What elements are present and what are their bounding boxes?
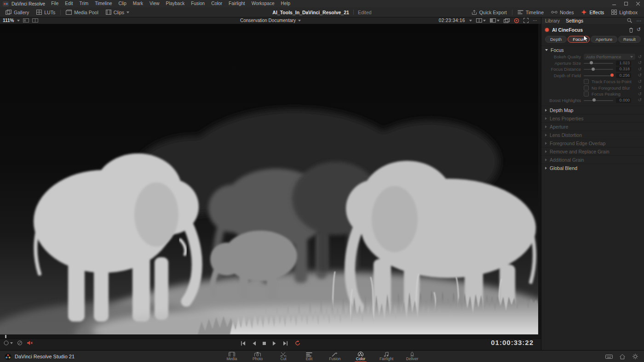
pill-aperture[interactable]: Aperture: [591, 36, 617, 43]
first-frame-button[interactable]: [240, 341, 246, 346]
section-foreground-edge-overlap[interactable]: Foreground Edge Overlap: [541, 139, 644, 147]
section-lens-distortion[interactable]: Lens Distortion: [541, 130, 644, 139]
focus-peaking-checkbox[interactable]: [584, 91, 589, 96]
settings-gear-icon[interactable]: [632, 353, 638, 360]
slider-thumb[interactable]: [590, 61, 593, 64]
depth-of-field-slider[interactable]: [584, 73, 613, 79]
panel-more-icon[interactable]: ⋯: [637, 18, 642, 23]
section-depth-map[interactable]: Depth Map: [541, 106, 644, 114]
loop-playback-button[interactable]: [294, 340, 301, 346]
menu-edit[interactable]: Edit: [62, 0, 76, 7]
section-aperture[interactable]: Aperture: [541, 122, 644, 130]
timeline-button[interactable]: Timeline: [514, 7, 547, 17]
row-reset-icon[interactable]: ↺: [638, 85, 642, 90]
split-viewer-icon[interactable]: [32, 18, 38, 23]
nodes-button[interactable]: Nodes: [547, 7, 577, 17]
page-color[interactable]: Color: [348, 351, 374, 362]
section-global-blend[interactable]: Global Blend: [541, 164, 644, 172]
media-pool-button[interactable]: Media Pool: [62, 7, 102, 17]
no-foreground-blur-checkbox[interactable]: [584, 85, 589, 90]
effect-reset-button[interactable]: ↺: [637, 28, 641, 32]
aperture-size-value[interactable]: 1.023: [616, 61, 631, 66]
enhanced-viewer-icon[interactable]: [514, 18, 519, 23]
slider-track[interactable]: [584, 75, 613, 76]
compare-icon[interactable]: [504, 18, 510, 23]
page-media[interactable]: Media: [219, 351, 245, 362]
pill-focus[interactable]: Focus: [568, 36, 590, 43]
menu-timeline[interactable]: Timeline: [92, 0, 115, 7]
section-additional-grain[interactable]: Additional Grain: [541, 155, 644, 164]
effect-enable-toggle[interactable]: [545, 28, 549, 32]
control-panel-icon[interactable]: [605, 354, 613, 359]
menu-fairlight[interactable]: Fairlight: [225, 0, 248, 7]
section-lens-properties[interactable]: Lens Properties: [541, 114, 644, 122]
close-button[interactable]: [632, 0, 644, 7]
focus-distance-slider[interactable]: [584, 66, 613, 72]
page-fairlight[interactable]: Fairlight: [374, 351, 399, 362]
viewer-more-icon[interactable]: ⋯: [533, 18, 537, 23]
playhead[interactable]: [5, 335, 6, 338]
slider-track[interactable]: [584, 69, 613, 70]
slider-track[interactable]: [584, 63, 613, 64]
viewer-canvas[interactable]: [0, 24, 541, 334]
page-deliver[interactable]: Deliver: [399, 351, 425, 362]
menu-trim[interactable]: Trim: [76, 0, 92, 7]
single-viewer-icon[interactable]: [23, 18, 29, 23]
menu-workspace[interactable]: Workspace: [248, 0, 278, 7]
slider-thumb[interactable]: [592, 98, 596, 102]
last-frame-button[interactable]: [283, 341, 288, 346]
aperture-size-slider[interactable]: [584, 60, 613, 66]
home-icon[interactable]: [619, 354, 626, 360]
row-reset-icon[interactable]: ↺: [638, 92, 642, 96]
search-icon[interactable]: [627, 18, 632, 23]
page-cut[interactable]: Cut: [270, 351, 296, 362]
play-reverse-button[interactable]: [252, 341, 256, 346]
menu-mark[interactable]: Mark: [130, 0, 146, 7]
menu-file[interactable]: File: [48, 0, 62, 7]
timeline-chevron-icon[interactable]: [298, 20, 301, 22]
row-reset-icon[interactable]: ↺: [638, 79, 642, 84]
delete-effect-button[interactable]: [629, 28, 633, 33]
menu-playback[interactable]: Playback: [163, 0, 188, 7]
menu-help[interactable]: Help: [277, 0, 293, 7]
maximize-button[interactable]: [620, 0, 632, 7]
timeline-name[interactable]: Conservation Documentary: [240, 18, 296, 23]
row-reset-icon[interactable]: ↺: [638, 73, 642, 78]
effects-button[interactable]: Effects: [577, 7, 608, 17]
play-button[interactable]: [272, 341, 277, 346]
page-edit[interactable]: Edit: [296, 351, 322, 362]
row-reset-icon[interactable]: ↺: [638, 55, 642, 59]
menu-app-name[interactable]: DaVinci Resolve: [11, 1, 48, 6]
section-focus[interactable]: Focus: [541, 45, 644, 54]
zoom-chevron-icon[interactable]: [17, 20, 20, 22]
timecode-chevron-icon[interactable]: [469, 20, 472, 22]
minimize-button[interactable]: [608, 0, 620, 7]
menu-fusion[interactable]: Fusion: [188, 0, 208, 7]
clips-button[interactable]: Clips: [102, 7, 133, 17]
row-reset-icon[interactable]: ↺: [638, 98, 642, 102]
track-focus-checkbox[interactable]: [584, 79, 589, 84]
luts-button[interactable]: LUTs: [33, 7, 59, 17]
menu-color[interactable]: Color: [208, 0, 225, 7]
slider-thumb[interactable]: [610, 74, 614, 77]
slider-thumb[interactable]: [592, 68, 595, 71]
row-reset-icon[interactable]: ↺: [638, 67, 642, 72]
focus-distance-value[interactable]: 0.318: [616, 67, 631, 72]
page-photo[interactable]: Photo: [245, 351, 270, 362]
gallery-button[interactable]: Gallery: [2, 7, 33, 17]
split-screen-control[interactable]: [476, 18, 486, 23]
timeline-scrubber[interactable]: [0, 334, 541, 339]
tab-library[interactable]: Library: [545, 18, 560, 23]
row-reset-icon[interactable]: ↺: [638, 61, 642, 65]
quick-export-button[interactable]: Quick Export: [468, 7, 511, 17]
pill-result[interactable]: Result: [618, 36, 641, 43]
slider-track[interactable]: [584, 100, 613, 101]
menu-view[interactable]: View: [146, 0, 163, 7]
tab-settings[interactable]: Settings: [566, 18, 583, 23]
depth-of-field-value[interactable]: 0.256: [616, 73, 631, 78]
stop-button[interactable]: [262, 341, 266, 346]
zoom-level[interactable]: 111%: [3, 18, 14, 23]
menu-clip[interactable]: Clip: [115, 0, 130, 7]
boost-highlights-slider[interactable]: [584, 97, 613, 103]
bokeh-quality-dropdown[interactable]: Auto Performance: [584, 54, 635, 60]
